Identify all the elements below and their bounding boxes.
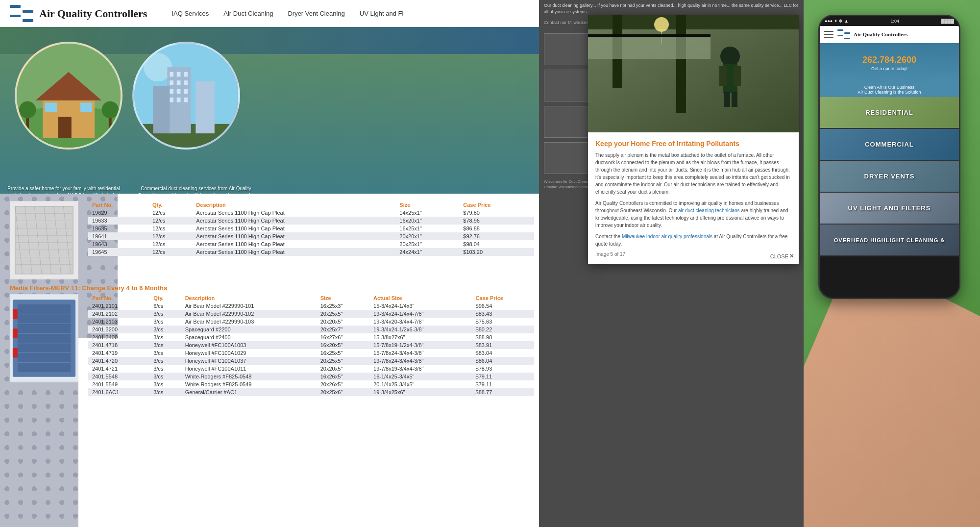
professionals-link[interactable]: Milwaukee indoor air quality professiona… bbox=[622, 234, 712, 239]
right-panel: ●●● ✦ ✻ ▲ 1:04 ▓▓▓▓ Air Quality Controll… bbox=[804, 0, 980, 527]
cell-qty: 3/cs bbox=[149, 333, 181, 341]
cell-qty: 3/cs bbox=[149, 365, 181, 373]
phone-quote-label: Get a quote today! bbox=[871, 66, 907, 71]
cell-size: 20x20x1" bbox=[395, 232, 459, 240]
cell-size: 20x26x5" bbox=[317, 380, 369, 388]
phone-menu-overhead[interactable]: OVERHEAD HIGHLIGHT CLEANING & bbox=[820, 225, 959, 256]
nav-links: IAQ Services Air Duct Cleaning Dryer Ven… bbox=[172, 10, 403, 17]
cell-qty: 3/cs bbox=[149, 310, 181, 318]
cell-price: $86.88 bbox=[459, 225, 534, 232]
close-button[interactable]: CLOSE ✕ bbox=[770, 253, 794, 259]
filter-svg-1 bbox=[10, 201, 78, 279]
cell-size: 20x25x5" bbox=[317, 310, 369, 318]
cell-size: 16x25x5" bbox=[317, 349, 369, 357]
cell-desc: Air Bear Model #229990-101 bbox=[181, 302, 317, 310]
phone-menu-label-overhead: OVERHEAD HIGHLIGHT CLEANING & bbox=[834, 237, 945, 243]
cell-actual: 15-7/8x24-3/4x4-3/8" bbox=[369, 349, 472, 357]
cell-size: 20x20x5" bbox=[317, 365, 369, 373]
modal-text-1: The supply air plenum is the metal box a… bbox=[595, 151, 791, 196]
cell-part: 19645 bbox=[88, 248, 148, 256]
cell-price: $79.11 bbox=[472, 373, 534, 380]
cell-part: 19643 bbox=[88, 240, 148, 248]
cell-actual: 19-7/8x24-3/4x4-3/8" bbox=[369, 357, 472, 365]
phone-tagline-1: Clean Air Is Our Business bbox=[825, 85, 954, 90]
col-desc-2: Description bbox=[181, 294, 317, 302]
col-qty-1: Qty. bbox=[148, 201, 192, 209]
cell-actual: 16-1/4x25-3/4x5" bbox=[369, 373, 472, 380]
parts-table-2: Part No. Qty. Description Size Actual Si… bbox=[88, 294, 534, 396]
svg-rect-26 bbox=[177, 98, 181, 102]
cell-qty: 3/cs bbox=[149, 318, 181, 326]
phone-number[interactable]: 262.784.2600 bbox=[862, 55, 916, 65]
cell-part: 2401.4718 bbox=[88, 341, 149, 349]
svg-rect-55 bbox=[13, 309, 18, 319]
cell-size: 20x25x6" bbox=[317, 388, 369, 396]
table-row: 19629 12/cs Aerostar Series 1100 High Ca… bbox=[88, 209, 534, 217]
phone-menu-dryer[interactable]: DRYER VENTS bbox=[820, 161, 959, 193]
table-row: 19633 12/cs Aerostar Series 1100 High Ca… bbox=[88, 217, 534, 225]
duct-link[interactable]: air duct cleaning technicians bbox=[678, 208, 740, 213]
cell-part: 19633 bbox=[88, 217, 148, 225]
table-row: 2401.2102 3/cs Air Bear Model #229990-10… bbox=[88, 310, 534, 318]
cell-price: $88.77 bbox=[472, 388, 534, 396]
cell-desc: Aerostar Series 1100 High Cap Pleat bbox=[192, 240, 395, 248]
col-partno-2: Part No. bbox=[88, 294, 149, 302]
svg-rect-23 bbox=[177, 89, 181, 94]
cell-desc: Air Bear Model #229990-102 bbox=[181, 310, 317, 318]
table-row: 2401.3400 3/cs Spaceguard #2400 16x27x6"… bbox=[88, 333, 534, 341]
cell-size: 14x25x1" bbox=[395, 209, 459, 217]
phone-menu-residential[interactable]: RESIDENTIAL bbox=[820, 97, 959, 129]
svg-rect-69 bbox=[724, 92, 730, 107]
cell-desc: General/Carrier #AC1 bbox=[181, 388, 317, 396]
svg-rect-72 bbox=[588, 34, 710, 37]
cell-qty: 12/cs bbox=[148, 248, 192, 256]
cell-qty: 3/cs bbox=[149, 326, 181, 333]
phone-menu-label-uv: UV LIGHT AND FILTERS bbox=[848, 204, 931, 212]
cell-part: 2401.5549 bbox=[88, 380, 149, 388]
phone-container: ●●● ✦ ✻ ▲ 1:04 ▓▓▓▓ Air Quality Controll… bbox=[818, 15, 960, 299]
cell-desc: White-Rodgers #F825-0549 bbox=[181, 380, 317, 388]
svg-rect-27 bbox=[184, 98, 188, 102]
cell-actual: 15-3/8x27x6" bbox=[369, 333, 472, 341]
cell-qty: 3/cs bbox=[149, 373, 181, 380]
cell-part: 2401.4719 bbox=[88, 349, 149, 357]
cell-price: $78.93 bbox=[472, 365, 534, 373]
cell-size: 16x25x1" bbox=[395, 225, 459, 232]
svg-rect-17 bbox=[177, 72, 181, 77]
filter-row-2: Part No. Qty. Description Size Actual Si… bbox=[10, 294, 534, 396]
cell-part: 2401.6AC1 bbox=[88, 388, 149, 396]
parts-table-1: Part No. Qty. Description Size Case Pric… bbox=[88, 201, 534, 256]
svg-rect-29 bbox=[153, 86, 170, 133]
cell-qty: 3/cs bbox=[149, 349, 181, 357]
filter-placeholder-2 bbox=[10, 294, 78, 382]
modal-popup: Keep your Home Free of Irritating Pollut… bbox=[588, 15, 799, 264]
cell-desc: Spaceguard #2200 bbox=[181, 326, 317, 333]
cell-desc: Honeywell #FC100A1011 bbox=[181, 365, 317, 373]
svg-rect-56 bbox=[13, 328, 18, 338]
cell-size: 16x26x5" bbox=[317, 373, 369, 380]
phone-menu-commercial[interactable]: COMMERCIAL bbox=[820, 129, 959, 161]
phone-logo-icon bbox=[837, 29, 851, 39]
nav-link-airduct[interactable]: Air Duct Cleaning bbox=[223, 10, 273, 17]
hamburger-icon[interactable] bbox=[824, 31, 833, 38]
svg-rect-25 bbox=[170, 98, 173, 102]
circle-residential: Residential bbox=[15, 42, 122, 150]
nav-link-uv[interactable]: UV Light and Fi bbox=[360, 10, 404, 17]
phone-hero: 262.784.2600 Get a quote today! bbox=[820, 43, 959, 82]
modal-title: Keep your Home Free of Irritating Pollut… bbox=[595, 140, 791, 148]
svg-point-63 bbox=[654, 17, 669, 32]
phone-menu-uv[interactable]: UV LIGHT AND FILTERS bbox=[820, 193, 959, 225]
cell-part: 2401.2101 bbox=[88, 302, 149, 310]
cell-price: $103.20 bbox=[459, 248, 534, 256]
nav-link-iaq[interactable]: IAQ Services bbox=[172, 10, 209, 17]
hero-section: Residential bbox=[0, 27, 539, 221]
cell-desc: Aerostar Series 1100 High Cap Pleat bbox=[192, 225, 395, 232]
close-x-icon: ✕ bbox=[789, 253, 794, 259]
house-illustration bbox=[17, 44, 121, 148]
svg-rect-62 bbox=[676, 15, 686, 113]
nav-link-dryer[interactable]: Dryer Vent Cleaning bbox=[288, 10, 344, 17]
table-row: 19635 12/cs Aerostar Series 1100 High Ca… bbox=[88, 225, 534, 232]
cell-price: $79.80 bbox=[459, 209, 534, 217]
cell-part: 2401.3200 bbox=[88, 326, 149, 333]
cell-actual: 20-1/4x25-3/4x5" bbox=[369, 380, 472, 388]
